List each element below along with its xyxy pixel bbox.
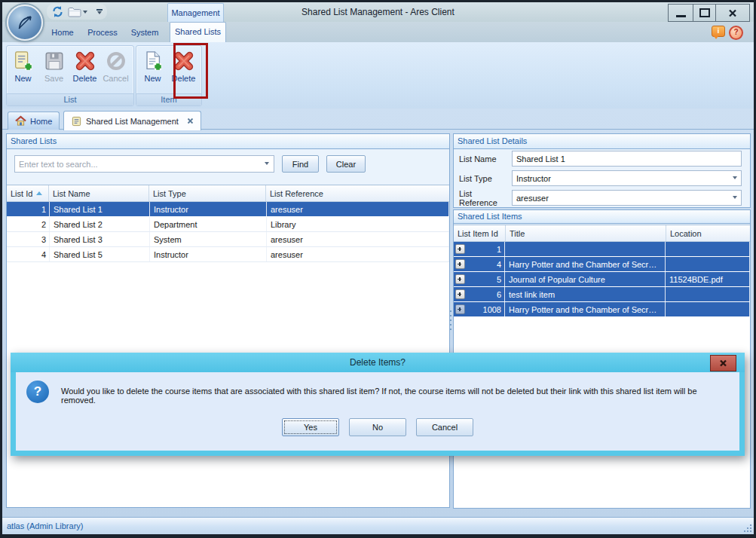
folder-icon [68,7,81,17]
refresh-button[interactable] [51,5,64,18]
grid-header-row: List Item Id Title Location [454,225,750,242]
title-bar: Shared List Management - Ares Client [2,2,754,22]
status-bar: atlas (Admin Library) [2,517,754,534]
list-type-combo[interactable]: Instructor [512,170,742,186]
cancel-dialog-button[interactable]: Cancel [416,418,473,436]
home-icon [15,115,26,127]
new-window-button[interactable] [68,7,87,17]
app-window: Shared List Management - Ares Client [0,0,756,538]
list-type-cell: Instructor [150,247,267,261]
splitter-grip-dot [450,310,451,312]
expand-row-button[interactable] [455,289,465,299]
item-id-cell: 5 [454,272,505,286]
new-list-button[interactable]: New [8,47,38,93]
column-header-list-reference[interactable]: List Reference [266,185,449,201]
item-id-cell: 1 [454,242,505,256]
expand-row-button[interactable] [455,274,465,284]
status-text: atlas (Admin Library) [7,521,83,530]
sort-ascending-icon [36,191,42,195]
save-list-button: Save [38,47,69,93]
field-label: List Reference [459,189,512,207]
delete-item-highlight-annotation [173,43,208,99]
close-button[interactable] [715,4,750,22]
delete-list-button[interactable]: Delete [69,47,100,93]
list-id-cell: 2 [7,217,50,231]
column-header-location[interactable]: Location [666,225,750,241]
dialog-close-button[interactable] [710,355,736,371]
shared-item-row[interactable]: 1008 Harry Potter and the Chamber of Sec… [454,302,750,317]
no-button[interactable]: No [349,418,406,436]
column-header-list-item-id[interactable]: List Item Id [454,225,506,241]
item-title-cell: Harry Potter and the Chamber of Secr… [505,302,666,316]
close-icon [719,359,727,367]
shared-list-row[interactable]: 4 Shared List 5 Instructor aresuser [7,247,449,262]
feedback-button[interactable]: i [712,26,725,37]
help-button[interactable]: ? [729,26,743,40]
new-item-button[interactable]: New [137,47,168,93]
tab-home[interactable]: Home [44,23,81,42]
window-title: Shared List Management - Ares Client [2,2,754,22]
ribbon: New Save [2,42,754,109]
expand-row-button[interactable] [455,259,465,269]
shared-lists-panel-title: Shared Lists [7,134,449,149]
list-reference-cell: aresuser [267,202,449,216]
splitter-grip-dot [450,324,451,326]
list-reference-combo[interactable]: aresuser [512,190,742,206]
ribbon-tab-row: Home Process System Shared Lists [2,22,754,42]
search-row: Enter text to search... Find Clear [14,155,366,173]
scroll-icon [71,116,82,127]
item-location-cell [666,257,750,271]
delete-items-dialog: Delete Items? ? Would you like to delete… [11,353,745,456]
expand-row-button[interactable] [455,244,465,254]
tab-process[interactable]: Process [81,23,124,42]
shared-item-row[interactable]: 4 Harry Potter and the Chamber of Secr… [454,257,750,272]
list-type-cell: System [150,232,267,246]
yes-button[interactable]: Yes [282,418,339,436]
customize-quick-access-button[interactable] [96,9,103,14]
chevron-down-icon[interactable] [733,196,737,199]
column-header-list-type[interactable]: List Type [149,185,266,201]
contextual-tab-group-label: Management [167,3,224,23]
expand-row-button[interactable] [455,304,465,314]
list-reference-cell: aresuser [267,247,449,261]
shared-item-row[interactable]: 1 [454,242,750,257]
splitter-grip-dot [450,319,451,321]
doc-tab-shared-list-management[interactable]: Shared List Management [63,111,201,130]
shared-list-row[interactable]: 3 Shared List 3 System aresuser [7,232,449,247]
list-name-cell: Shared List 2 [50,217,150,231]
ribbon-group-list: New Save [6,45,134,106]
column-header-list-id[interactable]: List Id [7,185,49,201]
items-panel-title: Shared List Items [454,210,750,224]
tab-shared-lists[interactable]: Shared Lists [170,22,226,43]
maximize-button[interactable] [693,4,716,22]
new-list-icon [12,49,35,73]
chevron-down-icon [83,11,87,14]
resize-grip[interactable] [743,524,752,533]
search-input[interactable]: Enter text to search... [14,155,274,173]
field-row-list-name: List Name Shared List 1 [459,151,742,167]
list-type-cell: Instructor [150,202,267,216]
tab-close-icon[interactable] [187,118,194,124]
window-controls [669,4,750,22]
shared-item-row[interactable]: 6 test link item [454,287,750,302]
list-name-field[interactable]: Shared List 1 [512,151,742,167]
dialog-buttons: Yes No Cancel [16,418,739,436]
column-header-list-name[interactable]: List Name [49,185,149,201]
doc-tab-home[interactable]: Home [8,112,60,130]
item-location-cell [666,242,750,256]
shared-list-row[interactable]: 2 Shared List 2 Department Library [7,217,449,232]
tab-system[interactable]: System [124,23,166,42]
chevron-down-icon[interactable] [733,176,737,179]
column-header-title[interactable]: Title [506,225,666,241]
application-menu-button[interactable] [7,5,43,41]
shared-list-row[interactable]: 1 Shared List 1 Instructor aresuser [7,202,449,217]
shared-item-row[interactable]: 5 Journal of Popular Culture 11524BDE.pd… [454,272,750,287]
minimize-button[interactable] [668,4,693,22]
find-button[interactable]: Find [282,155,319,173]
clear-button[interactable]: Clear [326,155,366,173]
list-reference-cell: Library [267,217,449,231]
dialog-message: Would you like to delete the course item… [61,377,733,414]
info-icon: i [718,27,720,35]
chevron-down-icon[interactable] [265,162,269,165]
item-location-cell [666,302,750,316]
